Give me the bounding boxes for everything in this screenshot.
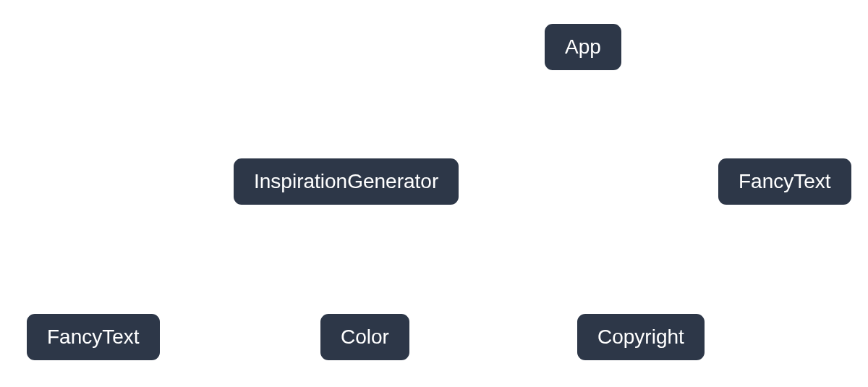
- node-app-label: App: [565, 35, 601, 59]
- node-fancytext-left: FancyText: [25, 312, 162, 362]
- edge-label-ig-to-ftleft: renders?: [130, 255, 198, 273]
- edge-label-ig-to-color: renders?: [282, 255, 350, 273]
- node-inspiration-generator: InspirationGenerator: [231, 156, 461, 207]
- node-color: Color: [318, 312, 412, 362]
- component-tree-diagram: App InspirationGenerator FancyText Fancy…: [0, 0, 868, 387]
- node-app: App: [542, 22, 624, 72]
- edge-label-app-to-ig: renders: [412, 99, 471, 118]
- node-fancytext-right-label: FancyText: [739, 170, 831, 193]
- node-color-label: Color: [341, 326, 389, 349]
- node-copyright-label: Copyright: [597, 326, 684, 349]
- node-fancytext-left-label: FancyText: [47, 326, 140, 349]
- edge-label-ig-to-copyright: renders: [514, 255, 572, 273]
- node-fancytext-right: FancyText: [716, 156, 854, 207]
- node-inspiration-generator-label: InspirationGenerator: [254, 170, 438, 193]
- edge-label-app-to-ft: renders: [655, 99, 713, 118]
- node-copyright: Copyright: [575, 312, 707, 362]
